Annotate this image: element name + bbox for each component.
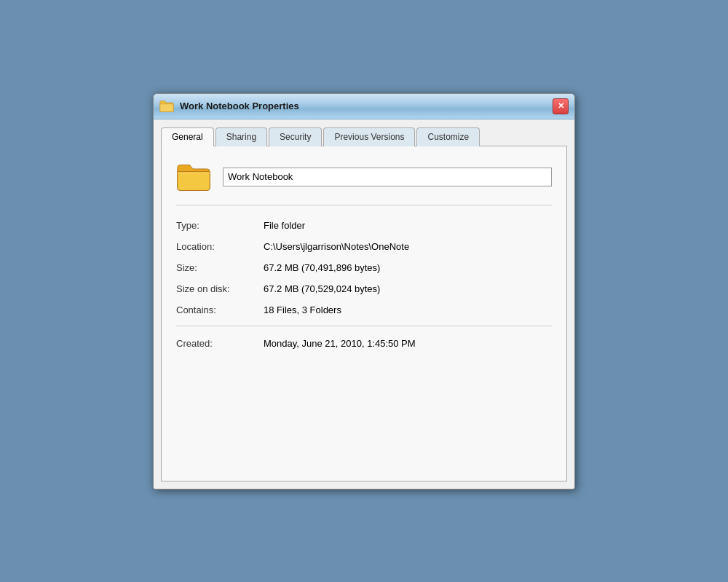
prop-created: Created: Monday, June 21, 2010, 1:45:50 …: [176, 338, 552, 349]
tab-sharing[interactable]: Sharing: [215, 127, 267, 146]
folder-name-row: [176, 161, 552, 205]
title-bar-folder-icon: [159, 99, 174, 114]
prop-location-label: Location:: [176, 241, 264, 252]
folder-icon: [176, 161, 211, 193]
prop-created-label: Created:: [176, 338, 264, 349]
prop-size-on-disk-label: Size on disk:: [176, 283, 264, 294]
tab-content-general: Type: File folder Location: C:\Users\jlg…: [161, 146, 567, 481]
close-button[interactable]: ✕: [553, 98, 569, 114]
prop-type-label: Type:: [176, 220, 264, 231]
tab-previous-versions[interactable]: Previous Versions: [323, 127, 415, 146]
folder-name-input[interactable]: [223, 168, 552, 186]
prop-size-on-disk-value: 67.2 MB (70,529,024 bytes): [264, 283, 380, 294]
tab-general[interactable]: General: [161, 127, 214, 146]
prop-contains: Contains: 18 Files, 3 Folders: [176, 304, 552, 315]
prop-type-value: File folder: [264, 220, 305, 231]
properties-window: Work Notebook Properties ✕ General Shari…: [153, 93, 575, 489]
prop-contains-value: 18 Files, 3 Folders: [264, 304, 341, 315]
window-content: General Sharing Security Previous Versio…: [154, 119, 574, 489]
divider: [176, 326, 552, 326]
title-bar: Work Notebook Properties ✕: [154, 94, 574, 119]
prop-location-value: C:\Users\jlgarrison\Notes\OneNote: [264, 241, 409, 252]
properties-table: Type: File folder Location: C:\Users\jlg…: [176, 217, 552, 362]
prop-size-value: 67.2 MB (70,491,896 bytes): [264, 262, 380, 273]
tab-customize[interactable]: Customize: [416, 127, 480, 146]
prop-type: Type: File folder: [176, 220, 552, 231]
prop-contains-label: Contains:: [176, 304, 264, 315]
prop-size: Size: 67.2 MB (70,491,896 bytes): [176, 262, 552, 273]
prop-size-label: Size:: [176, 262, 264, 273]
prop-location: Location: C:\Users\jlgarrison\Notes\OneN…: [176, 241, 552, 252]
prop-size-on-disk: Size on disk: 67.2 MB (70,529,024 bytes): [176, 283, 552, 294]
window-title: Work Notebook Properties: [180, 101, 553, 111]
prop-created-value: Monday, June 21, 2010, 1:45:50 PM: [264, 338, 416, 349]
tab-bar: General Sharing Security Previous Versio…: [161, 127, 567, 146]
tab-security[interactable]: Security: [269, 127, 322, 146]
